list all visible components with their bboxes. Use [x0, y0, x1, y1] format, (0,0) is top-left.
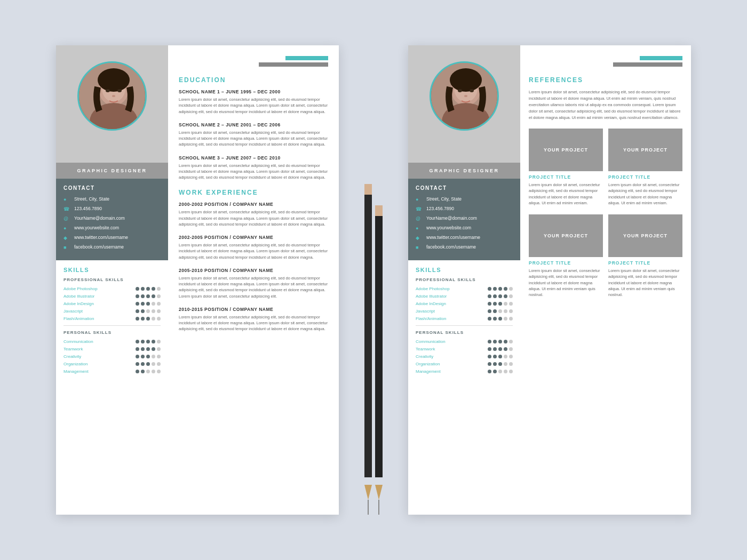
skill-name: Teamwork	[63, 347, 136, 351]
skill-row: Creativity	[63, 354, 161, 359]
dot-filled	[488, 294, 491, 298]
skill-dots	[488, 317, 513, 321]
skill-row: Organization	[416, 362, 513, 366]
skill-name: Creativity	[63, 354, 136, 359]
dot-filled	[152, 294, 155, 298]
dot-filled	[498, 317, 502, 321]
portfolio-header-decoration	[529, 56, 682, 67]
facebook-icon: ■	[63, 245, 70, 250]
dot-empty	[504, 370, 507, 373]
dot-empty	[509, 370, 513, 373]
dot-empty	[146, 309, 150, 313]
dot-empty	[509, 362, 513, 366]
dot-empty	[157, 370, 161, 373]
dot-empty	[504, 362, 507, 366]
skill-dots	[136, 355, 161, 358]
dot-filled	[493, 302, 497, 306]
p-twitter-icon: ◆	[416, 235, 422, 241]
project-desc-4: Lorem ipsum dolor sit amet, consectetur …	[608, 268, 682, 298]
dot-filled	[146, 294, 150, 298]
dot-filled	[136, 309, 139, 313]
edu-entry: 2002-2005 Position / Company NameLorem i…	[179, 235, 328, 260]
dot-filled	[504, 347, 507, 351]
dot-filled	[488, 362, 491, 366]
edu-desc: Lorem ipsum dolor sit amet, consectetur …	[179, 242, 328, 260]
dot-empty	[157, 302, 161, 306]
dot-filled	[493, 347, 497, 351]
edu-entry: SCHOOL NAME 2 – JUNE 2001 – DEC 2006Lore…	[179, 122, 328, 148]
dot-filled	[136, 294, 139, 298]
dot-filled	[493, 355, 497, 358]
portfolio-phone: ☎ 123.456.7890	[416, 206, 513, 212]
skill-row: Communication	[63, 339, 161, 344]
resume-personal-skills-label: PERSONAL SKILLS	[63, 330, 161, 335]
dot-filled	[504, 294, 507, 298]
svg-point-14	[470, 89, 474, 92]
p-location-icon: ●	[416, 197, 422, 202]
resume-email: @ YourName@domain.com	[63, 215, 161, 221]
skill-name: Adobe InDesign	[63, 301, 136, 306]
dot-filled	[498, 340, 502, 343]
dot-filled	[504, 340, 507, 343]
dot-empty	[509, 355, 513, 358]
dot-empty	[152, 317, 155, 321]
resume-sidebar: GRAPHIC DESIGNER CONTACT ● Street, City,…	[56, 45, 168, 515]
edu-desc: Lorem ipsum dolor sit amet, consectetur …	[179, 209, 328, 227]
avatar	[77, 61, 147, 131]
dot-empty	[157, 287, 161, 291]
skill-name: Flash/Animation	[416, 316, 488, 321]
dot-filled	[141, 287, 145, 291]
dot-filled	[141, 302, 145, 306]
skill-row: Creativity	[416, 354, 513, 359]
resume-contact-title: CONTACT	[63, 185, 161, 191]
edu-entry: 2000-2002 Position / Company NameLorem i…	[179, 202, 328, 227]
teal-bar	[285, 56, 328, 60]
skill-dots	[488, 287, 513, 291]
portfolio-email: @ YourName@domain.com	[416, 215, 513, 221]
skill-dots	[488, 362, 513, 366]
skill-name: Adobe Photoshop	[63, 286, 136, 291]
project-thumb-3: YOUR PROJECT	[529, 214, 603, 257]
svg-point-5	[106, 89, 110, 92]
resume-website: ● www.yourwebsite.com	[63, 225, 161, 231]
projects-grid-bottom: YOUR PROJECT PROJECT TITLE Lorem ipsum d…	[529, 214, 682, 298]
project-thumb-2: YOUR PROJECT	[608, 129, 682, 171]
project-title-1: PROJECT TITLE	[529, 174, 603, 180]
portfolio-skills-section: SKILLS PROFESSIONAL SKILLS Adobe Photosh…	[408, 260, 520, 515]
avatar-image	[79, 63, 145, 129]
skill-dots	[488, 309, 513, 313]
location-icon: ●	[63, 197, 70, 202]
resume-twitter: ◆ www.twitter.com/username	[63, 235, 161, 241]
dot-empty	[504, 355, 507, 358]
skill-row: Adobe Photoshop	[63, 286, 161, 291]
svg-point-15	[464, 95, 467, 97]
work-entries: 2000-2002 Position / Company NameLorem i…	[179, 202, 328, 332]
references-section-title: REFERENCES	[529, 76, 682, 84]
dot-filled	[136, 302, 139, 306]
dot-filled	[136, 287, 139, 291]
skill-name: Teamwork	[416, 347, 488, 351]
education-entries: SCHOOL NAME 1 – JUNE 1995 – DEC 2000Lore…	[179, 89, 328, 180]
project-thumb-4: YOUR PROJECT	[608, 214, 682, 257]
skill-name: Management	[416, 369, 488, 374]
edu-entry: 2010-2015 Position / Company NameLorem i…	[179, 307, 328, 332]
skill-name: Javascript	[63, 309, 136, 314]
pencil-2	[375, 205, 383, 515]
pencils-decoration	[360, 45, 387, 515]
edu-desc: Lorem ipsum dolor sit amet, consectetur …	[179, 163, 328, 181]
portfolio-website: ● www.yourwebsite.com	[416, 225, 513, 231]
dot-filled	[146, 355, 150, 358]
dot-filled	[136, 362, 139, 366]
skill-name: Flash/Animation	[63, 316, 136, 321]
portfolio-job-title: GRAPHIC DESIGNER	[408, 163, 520, 179]
edu-desc: Lorem ipsum dolor sit amet, consectetur …	[179, 130, 328, 148]
dot-filled	[146, 347, 150, 351]
project-item-4: YOUR PROJECT PROJECT TITLE Lorem ipsum d…	[608, 214, 682, 298]
p-facebook-icon: ■	[416, 245, 422, 250]
edu-desc: Lorem ipsum dolor sit amet, consectetur …	[179, 275, 328, 299]
dot-empty	[157, 294, 161, 298]
dot-filled	[493, 317, 497, 321]
dot-empty	[504, 302, 507, 306]
dot-filled	[146, 317, 150, 321]
skill-name: Adobe Illustrator	[63, 294, 136, 299]
